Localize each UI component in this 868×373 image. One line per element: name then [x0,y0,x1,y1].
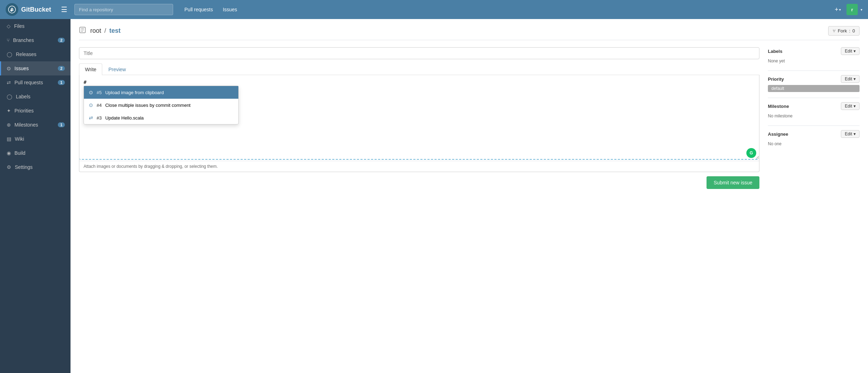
sidebar-item-label: Releases [16,51,36,57]
repo-icon [79,26,86,35]
nav-pull-requests[interactable]: Pull requests [180,5,217,14]
settings-icon: ⚙ [7,164,11,170]
sidebar-item-releases[interactable]: ◯ Releases [0,47,71,61]
issue-icon-2: ⊙ [89,102,93,108]
priority-value-badge: default [768,85,860,92]
navbar-right: + ▾ r ▾ [832,4,862,15]
sidebar: ◇ Files ⑂ Branches 2 ◯ Releases ⊙ Issues… [0,19,71,373]
sidebar-item-issues[interactable]: ⊙ Issues 2 [0,61,71,75]
sidebar-item-label: Settings [15,164,33,170]
assignee-header: Assignee Edit ▾ [768,130,860,138]
files-icon: ◇ [7,23,11,29]
milestone-title: Milestone [768,104,789,109]
priorities-icon: ✦ [7,108,11,114]
avatar[interactable]: r [846,4,858,15]
sidebar-item-priorities[interactable]: ✦ Priorities [0,104,71,118]
hamburger-button[interactable]: ☰ [58,4,70,15]
pull-requests-badge: 1 [58,80,65,85]
navbar: GitBucket ☰ Pull requests Issues + ▾ r ▾ [0,0,868,19]
sidebar-item-pull-requests[interactable]: ⇄ Pull requests 1 [0,75,71,90]
milestone-header: Milestone Edit ▾ [768,102,860,110]
issue-icon-1: ⊙ [89,90,93,95]
grammarly-icon: G [746,148,756,158]
item-number-3: #3 [97,115,102,121]
tab-preview[interactable]: Preview [102,63,132,75]
assignee-edit-caret: ▾ [854,132,856,136]
pr-icon-3: ⇄ [89,115,93,121]
breadcrumb: root / test [90,27,121,35]
sidebar-item-build[interactable]: ◉ Build [0,146,71,160]
item-number-2: #4 [97,103,102,108]
assignee-value: No one [768,140,860,148]
priority-edit-caret: ▾ [854,77,856,81]
editor-content-area: # ⊙ #5 Upload image from clipboard ⊙ #4 … [79,75,759,161]
submit-button[interactable]: Submit new issue [707,176,759,189]
milestone-edit-button[interactable]: Edit ▾ [841,102,860,110]
item-title-1: Upload image from clipboard [105,90,164,95]
sidebar-item-label: Wiki [15,136,24,142]
pull-requests-icon: ⇄ [7,80,11,85]
repo-header: root / test ⑂ Fork: 0 [79,26,860,40]
releases-icon: ◯ [7,51,12,57]
item-number-1: #5 [97,90,102,95]
title-input[interactable] [79,47,759,59]
milestones-icon: ⊕ [7,122,11,128]
fork-button[interactable]: ⑂ Fork: 0 [828,26,860,36]
fork-count: 0 [852,28,855,33]
issue-form-container: Write Preview # ⊙ #5 Upload image from c… [79,47,860,189]
milestones-badge: 1 [58,122,65,127]
sidebar-item-label: Priorities [14,108,33,114]
nav-issues[interactable]: Issues [219,5,241,14]
sidebar-item-settings[interactable]: ⚙ Settings [0,160,71,174]
priority-header: Priority Edit ▾ [768,75,860,83]
repo-actions: ⑂ Fork: 0 [828,26,860,36]
repo-name[interactable]: test [109,27,121,34]
breadcrumb-separator: / [104,27,106,34]
labels-edit-button[interactable]: Edit ▾ [841,47,860,55]
sidebar-item-milestones[interactable]: ⊕ Milestones 1 [0,118,71,132]
tabs: Write Preview [79,63,759,75]
search-input[interactable] [74,4,173,15]
assignee-title: Assignee [768,132,788,137]
priority-divider [768,98,860,98]
item-title-3: Update Hello.scala [105,115,143,121]
labels-icon: ◯ [7,94,12,99]
issues-badge: 2 [58,66,65,71]
sidebar-item-branches[interactable]: ⑂ Branches 2 [0,33,71,47]
labels-value: None yet [768,57,860,65]
autocomplete-item-2[interactable]: ⊙ #4 Close multiple issues by commit com… [84,99,238,111]
sidebar-item-label: Milestones [14,122,38,128]
issue-form-main: Write Preview # ⊙ #5 Upload image from c… [79,47,759,189]
attach-hint: Attach images or documents by dragging &… [79,161,759,172]
labels-header: Labels Edit ▾ [768,47,860,55]
priority-edit-button[interactable]: Edit ▾ [841,75,860,83]
tab-write[interactable]: Write [79,63,102,75]
sidebar-item-labels[interactable]: ◯ Labels [0,90,71,104]
sidebar-item-wiki[interactable]: ▤ Wiki [0,132,71,146]
milestone-panel: Milestone Edit ▾ No milestone [768,102,860,120]
repo-owner[interactable]: root [90,27,101,34]
wiki-icon: ▤ [7,136,11,142]
labels-edit-caret: ▾ [854,49,856,54]
branches-icon: ⑂ [7,37,10,43]
milestone-divider [768,126,860,126]
sidebar-item-files[interactable]: ◇ Files [0,19,71,33]
autocomplete-item-3[interactable]: ⇄ #3 Update Hello.scala [84,111,238,124]
assignee-edit-button[interactable]: Edit ▾ [841,130,860,138]
brand-logo[interactable]: GitBucket [6,3,51,16]
item-title-2: Close multiple issues by commit comment [105,103,190,108]
labels-divider [768,71,860,71]
add-button[interactable]: + ▾ [832,5,844,15]
milestone-edit-caret: ▾ [854,104,856,109]
milestone-value: No milestone [768,112,860,120]
branches-badge: 2 [58,38,65,43]
build-icon: ◉ [7,150,11,156]
autocomplete-dropdown: ⊙ #5 Upload image from clipboard ⊙ #4 Cl… [84,86,239,124]
autocomplete-item-1[interactable]: ⊙ #5 Upload image from clipboard [84,86,238,99]
priority-panel: Priority Edit ▾ default [768,75,860,92]
sidebar-item-label: Labels [16,94,30,99]
avatar-caret[interactable]: ▾ [861,8,862,12]
submit-area: Submit new issue [79,176,759,189]
sidebar-item-label: Files [14,23,25,29]
sidebar-item-label: Issues [14,66,29,71]
